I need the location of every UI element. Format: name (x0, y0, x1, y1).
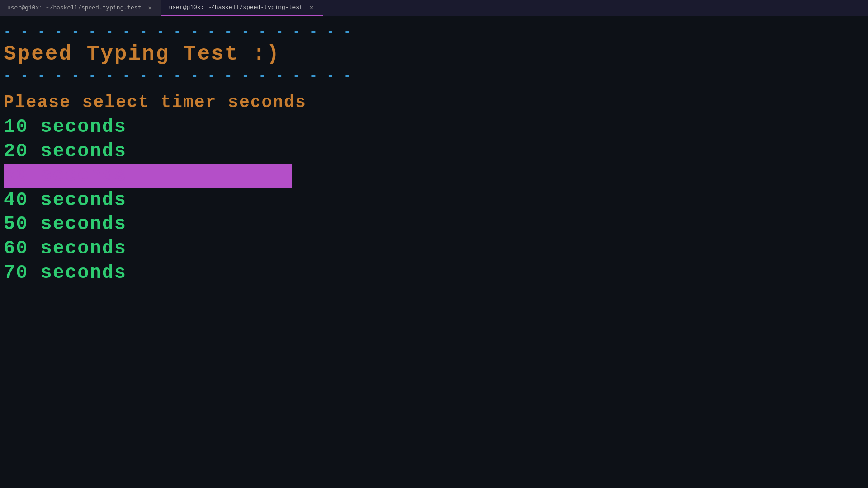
menu-item-70[interactable]: 70 seconds (4, 261, 864, 286)
tab-1[interactable]: user@g10x: ~/haskell/speed-typing-test ✕ (0, 0, 161, 16)
tab-bar: user@g10x: ~/haskell/speed-typing-test ✕… (0, 0, 868, 16)
menu-item-30[interactable]: 30 seconds (4, 164, 292, 188)
dashed-line-top: - - - - - - - - - - - - - - - - - - - - … (4, 24, 864, 40)
menu-item-40[interactable]: 40 seconds (4, 188, 864, 213)
terminal-content: - - - - - - - - - - - - - - - - - - - - … (0, 16, 868, 289)
menu-item-20[interactable]: 20 seconds (4, 140, 864, 164)
tab-2[interactable]: user@g10x: ~/haskell/speed-typing-test ✕ (161, 0, 323, 16)
tab-2-label: user@g10x: ~/haskell/speed-typing-test (169, 4, 302, 11)
menu-list: 10 seconds20 seconds30 seconds40 seconds… (4, 115, 864, 285)
menu-item-50[interactable]: 50 seconds (4, 212, 864, 237)
app-title: Speed Typing Test :) (4, 42, 864, 66)
tab-1-label: user@g10x: ~/haskell/speed-typing-test (7, 5, 141, 11)
prompt-text: Please select timer seconds (4, 91, 864, 113)
dashed-line-bottom: - - - - - - - - - - - - - - - - - - - - … (4, 69, 864, 84)
tab-1-close[interactable]: ✕ (146, 4, 154, 12)
menu-item-10[interactable]: 10 seconds (4, 115, 864, 140)
menu-item-60[interactable]: 60 seconds (4, 237, 864, 261)
tab-2-close[interactable]: ✕ (307, 4, 316, 12)
